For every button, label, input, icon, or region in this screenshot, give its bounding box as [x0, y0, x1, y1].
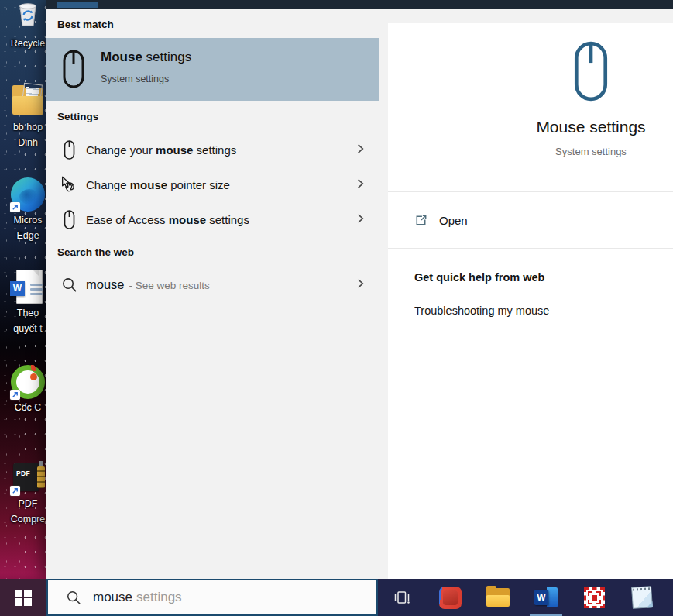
settings-result-change-pointer-size[interactable]: Change mouse pointer size: [46, 167, 379, 202]
settings-result-change-mouse-settings[interactable]: Change your mouse settings: [46, 132, 379, 167]
mouse-icon-large: [569, 41, 613, 105]
red-app-icon: [439, 587, 462, 609]
taskbar: mouse settings W: [0, 579, 673, 616]
word-glyph: W: [10, 281, 25, 296]
best-match-title: Mouse settings: [101, 50, 191, 65]
shortcut-arrow-icon: [10, 486, 20, 496]
desktop-icon-label: quyết t: [3, 321, 53, 336]
windows-logo-icon: [15, 590, 32, 606]
word-glyph: W: [534, 590, 548, 605]
open-button-label: Open: [439, 214, 468, 227]
folder-icon: [10, 84, 46, 119]
preview-subtitle: System settings: [555, 146, 627, 157]
pointer-size-icon: [59, 176, 79, 194]
desktop-icon-label: Recycle: [3, 36, 53, 51]
preview-card: Mouse settings System settings Open Get …: [388, 23, 673, 579]
divider: [388, 248, 673, 249]
desktop-icon-folder[interactable]: bb hop Dinh: [3, 84, 53, 150]
search-the-web-header: Search the web: [57, 246, 134, 258]
chevron-right-icon: [355, 277, 366, 292]
taskbar-search-input[interactable]: mouse settings: [46, 579, 378, 616]
settings-header: Settings: [57, 111, 98, 122]
preview-panel: Mouse settings System settings Open Get …: [379, 9, 673, 579]
shortcut-arrow-icon: [10, 202, 20, 212]
web-search-result[interactable]: mouse- See web results: [46, 267, 379, 302]
word-button[interactable]: W: [522, 579, 570, 616]
best-match-result[interactable]: Mouse settings System settings: [46, 38, 379, 101]
desktop-icon-coc-coc[interactable]: Cốc C: [3, 364, 53, 415]
desktop-icon-label: PDF: [3, 496, 53, 511]
desktop-icon-label: Compre: [3, 511, 53, 527]
pdf-compressor-icon: PDF: [10, 460, 46, 496]
file-explorer-button[interactable]: [474, 579, 522, 616]
desktop-icon-label: Micros: [3, 212, 53, 228]
unikey-button[interactable]: [570, 579, 618, 616]
desktop-icon-word-document[interactable]: W Theo quyết t: [3, 270, 53, 336]
chevron-right-icon: [355, 212, 366, 227]
unikey-icon: [584, 587, 605, 608]
best-match-subtitle: System settings: [101, 74, 169, 84]
settings-result-label: Change mouse pointer size: [86, 178, 230, 191]
web-search-label: mouse- See web results: [86, 277, 210, 292]
taskbar-icons: W: [378, 579, 673, 616]
flyout-top-bar: [46, 0, 673, 9]
coc-coc-icon: [10, 364, 46, 400]
red-app-button[interactable]: [426, 579, 474, 616]
desktop-icon-edge[interactable]: Micros Edge: [3, 177, 53, 243]
search-input-suggestion: settings: [136, 590, 182, 605]
results-panel: Best match Mouse settings System setting…: [46, 9, 379, 579]
desktop-icon-label: Theo: [3, 305, 53, 321]
search-icon: [66, 590, 81, 605]
notepad-icon: [631, 586, 653, 609]
desktop-icon-label: bb hop: [3, 119, 53, 135]
desktop-icon-label: Edge: [3, 228, 53, 243]
search-icon: [59, 277, 79, 293]
shortcut-arrow-icon: [10, 390, 20, 400]
settings-result-ease-of-access[interactable]: Ease of Access mouse settings: [46, 202, 379, 237]
search-flyout: Best match Mouse settings System setting…: [46, 0, 673, 579]
task-view-icon: [393, 588, 411, 607]
task-view-button[interactable]: [378, 579, 426, 616]
start-button[interactable]: [0, 579, 46, 616]
chevron-right-icon: [355, 177, 366, 192]
file-explorer-icon: [486, 588, 510, 607]
open-button[interactable]: Open: [388, 192, 673, 248]
best-match-header: Best match: [57, 19, 114, 30]
mouse-icon: [63, 50, 84, 91]
desktop-icon-label: Cốc C: [3, 400, 53, 415]
desktop-icon-recycle-bin[interactable]: Recycle: [3, 0, 53, 51]
word-icon: W: [534, 587, 558, 608]
mouse-icon: [59, 210, 79, 229]
active-tab-indicator: [57, 2, 98, 8]
edge-icon: [10, 177, 46, 212]
search-input-value: mouse: [93, 590, 132, 605]
recycle-bin-icon: [10, 0, 46, 36]
settings-result-label: Ease of Access mouse settings: [86, 213, 249, 226]
pdf-glyph: PDF: [16, 470, 30, 477]
quick-help-header: Get quick help from web: [414, 271, 544, 284]
word-document-icon: W: [10, 270, 46, 305]
settings-result-label: Change your mouse settings: [86, 143, 236, 157]
desktop-icon-pdf-compressor[interactable]: PDF PDF Compre: [3, 460, 53, 527]
preview-title: Mouse settings: [536, 118, 645, 136]
open-external-icon: [414, 213, 428, 228]
troubleshooting-link[interactable]: Troubleshooting my mouse: [414, 305, 549, 317]
notepad-button[interactable]: [618, 579, 666, 616]
desktop-icon-label: Dinh: [3, 135, 53, 150]
mouse-icon: [59, 140, 79, 160]
chevron-right-icon: [355, 143, 366, 157]
